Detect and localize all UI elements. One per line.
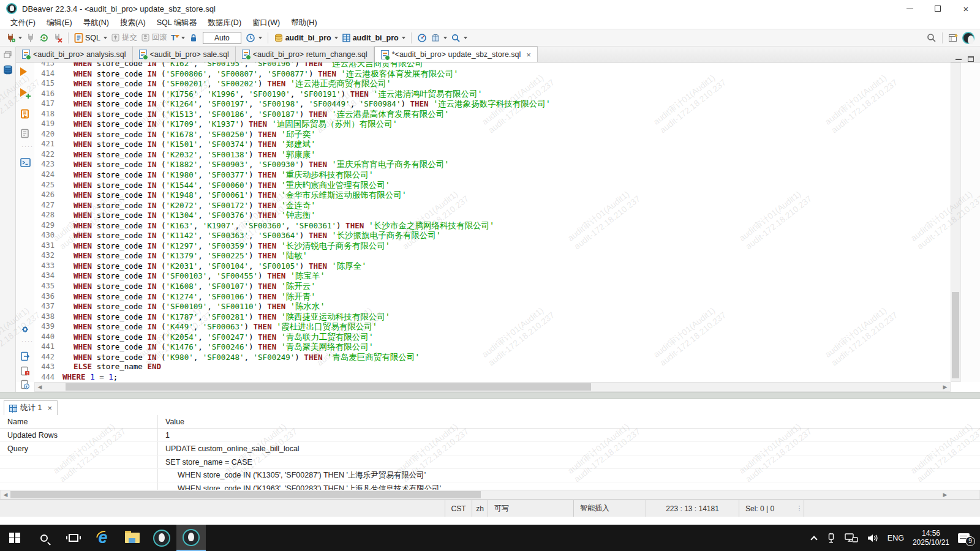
scrollbar-thumb[interactable] [952, 292, 959, 378]
column-header-name[interactable]: Name [0, 415, 158, 428]
code-line[interactable]: 421WHEN store_code IN ('K1501', 'SF00374… [34, 139, 951, 149]
file-explorer-button[interactable] [118, 525, 147, 551]
code-line[interactable]: 420WHEN store_code IN ('K1678', 'SF00250… [34, 129, 951, 140]
dbeaver-taskbar-button[interactable] [147, 525, 176, 551]
scroll-left-icon[interactable]: ◀ [1, 490, 10, 499]
code-line[interactable]: 424WHEN store_code IN ('K1980', 'SF00377… [34, 170, 951, 180]
execute-script-button[interactable] [20, 109, 30, 119]
new-connection-button[interactable] [4, 32, 24, 44]
code-line[interactable]: 435WHEN store_code IN ('K1608', 'SF00107… [34, 281, 951, 291]
dashboard-button[interactable] [415, 32, 429, 44]
editor-vertical-scrollbar[interactable] [951, 62, 960, 382]
code-line[interactable]: 439WHEN store_code IN ('K449', 'SF00063'… [34, 321, 951, 332]
menu-item[interactable]: 文件(F) [5, 17, 41, 29]
editor-tab[interactable]: <audit_bi_pro> return_change.sql [236, 47, 374, 62]
code-line[interactable]: 418WHEN store_code IN ('K1513', 'SF00186… [34, 109, 951, 119]
transaction-history-button[interactable] [244, 32, 264, 44]
output-log-button[interactable] [20, 380, 30, 389]
menu-item[interactable]: 帮助(H) [285, 17, 322, 29]
network-icon[interactable] [845, 533, 858, 544]
speaker-icon[interactable] [867, 533, 879, 544]
sql-editor[interactable]: 413WHEN store_code IN ('K162', 'SF00195'… [34, 62, 951, 382]
menu-item[interactable]: 搜索(A) [115, 17, 151, 29]
database-navigator-icon[interactable] [2, 64, 13, 75]
tray-expand-icon[interactable] [810, 536, 817, 542]
commit-button[interactable]: 提交 [109, 31, 139, 44]
editor-results-sash[interactable] [0, 392, 980, 399]
code-line[interactable]: 436WHEN store_code IN ('K1274', 'SF00106… [34, 291, 951, 302]
statusbar-item[interactable]: Sel: 0 | 0 [739, 500, 795, 517]
database-selector[interactable]: audit_bi_pro [272, 32, 340, 44]
rollback-button[interactable]: 回滚 [139, 31, 169, 44]
code-line[interactable]: 414WHEN store_code IN ('SF00806', 'SF008… [34, 69, 951, 79]
export-data-button[interactable] [20, 351, 30, 361]
minimize-view-icon[interactable] [956, 59, 962, 60]
execute-statement-button[interactable] [20, 67, 30, 77]
scrollbar-thumb[interactable] [66, 383, 591, 391]
result-row[interactable]: SET store_name = CASE [0, 455, 980, 469]
statusbar-item[interactable]: zh [472, 500, 488, 517]
statusbar-item[interactable]: 223 : 13 : 14181 [646, 500, 739, 517]
statusbar-item[interactable]: 智能插入 [573, 500, 646, 517]
code-line[interactable]: 433WHEN store_code IN ('K2031', 'SF00104… [34, 261, 951, 271]
maximize-button[interactable] [924, 0, 952, 17]
open-console-button[interactable] [20, 158, 30, 168]
execute-new-tab-button[interactable] [20, 88, 30, 98]
connection-lock-button[interactable] [187, 32, 200, 44]
editor-tab[interactable]: <audit_bi_pro> analysis.sql [16, 47, 133, 62]
dbeaver-taskbar-button-active[interactable] [176, 525, 206, 551]
schema-selector[interactable]: audit_bi_pro [340, 32, 407, 44]
code-line[interactable]: 422WHEN store_code IN ('K2032', 'SF00138… [34, 149, 951, 160]
code-line[interactable]: 425WHEN store_code IN ('K1544', 'SF00060… [34, 180, 951, 190]
editor-tab[interactable]: <audit_bi_pro> sale.sql [133, 47, 236, 62]
dbeaver-perspective-button[interactable] [960, 31, 976, 45]
code-line[interactable]: 432WHEN store_code IN ('K1379', 'SF00225… [34, 250, 951, 261]
start-button[interactable] [0, 525, 29, 551]
menu-item[interactable]: 导航(N) [78, 17, 115, 29]
scroll-left-icon[interactable]: ◀ [35, 383, 45, 391]
code-line[interactable]: 438WHEN store_code IN ('K1787', 'SF00281… [34, 312, 951, 322]
scroll-right-icon[interactable]: ▶ [940, 383, 950, 391]
maximize-view-icon[interactable] [968, 56, 974, 62]
close-icon[interactable]: × [47, 403, 52, 413]
code-line[interactable]: 434WHEN store_code IN ('SF00103', 'SF004… [34, 271, 951, 281]
code-line[interactable]: 423WHEN store_code IN ('K1882', 'SF00903… [34, 159, 951, 170]
reconnect-button[interactable] [37, 32, 51, 44]
taskbar-search-button[interactable] [29, 525, 59, 551]
notification-center-button[interactable]: 9 [958, 533, 971, 544]
transaction-log-button[interactable]: T [169, 32, 187, 43]
settings-button[interactable] [20, 324, 30, 334]
menu-item[interactable]: SQL 编辑器 [151, 17, 203, 29]
code-line[interactable]: 429WHEN store_code IN ('K163', 'K1907', … [34, 220, 951, 231]
result-row[interactable]: QueryUPDATE custom_online_sale_bill_loca… [0, 442, 980, 455]
code-line[interactable]: 443ELSE store_name END [34, 362, 951, 372]
column-header-value[interactable]: Value [158, 418, 980, 426]
statusbar-item[interactable]: CST [445, 500, 472, 517]
global-search-button[interactable] [924, 31, 938, 44]
code-line[interactable]: 441WHEN store_code IN ('K1476', 'SF00246… [34, 342, 951, 352]
sql-editor-button[interactable]: SQL [72, 32, 109, 44]
menu-item[interactable]: 窗口(W) [247, 17, 285, 29]
commit-mode-box[interactable]: Auto [203, 32, 241, 44]
minimize-button[interactable] [895, 0, 924, 17]
results-tab-statistics[interactable]: 统计 1 × [4, 400, 58, 415]
taskbar-clock[interactable]: 14:56 2025/10/21 [913, 529, 949, 547]
close-button[interactable]: × [952, 0, 980, 17]
error-log-button[interactable] [20, 366, 30, 376]
code-line[interactable]: 417WHEN store_code IN ('K1264', 'SF00197… [34, 99, 951, 109]
invalidate-connection-button[interactable] [51, 32, 64, 44]
generate-package-button[interactable] [429, 32, 449, 44]
editor-horizontal-scrollbar[interactable]: ◀ ▶ [34, 382, 951, 392]
result-row[interactable]: Updated Rows1 [0, 429, 980, 442]
code-line[interactable]: 416WHEN store_code IN ('K1756', 'K1996',… [34, 89, 951, 99]
code-line[interactable]: 427WHEN store_code IN ('K2072', 'SF00172… [34, 200, 951, 211]
code-line[interactable]: 419WHEN store_code IN ('K1709', 'K1937')… [34, 119, 951, 129]
code-line[interactable]: 444WHERE 1 = 1; [34, 372, 951, 382]
disconnect-button[interactable] [24, 32, 37, 44]
menu-item[interactable]: 数据库(D) [202, 17, 247, 29]
code-line[interactable]: 428WHEN store_code IN ('K1304', 'SF00376… [34, 210, 951, 220]
code-line[interactable]: 437WHEN store_code IN ('SF00109', 'SF001… [34, 301, 951, 312]
close-icon[interactable]: × [526, 50, 531, 59]
internet-explorer-button[interactable]: e [88, 525, 118, 551]
task-view-button[interactable] [59, 525, 88, 551]
